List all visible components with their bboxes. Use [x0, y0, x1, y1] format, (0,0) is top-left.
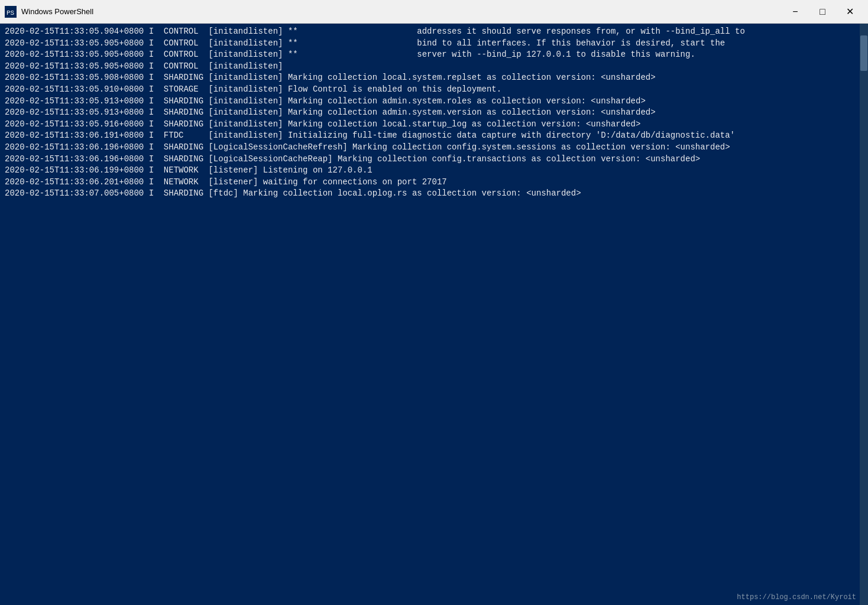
minimize-button[interactable]: −: [782, 0, 809, 24]
window-controls: − □ ✕: [782, 0, 863, 24]
maximize-button[interactable]: □: [809, 0, 836, 24]
terminal-output: 2020-02-15T11:33:05.904+0800 I CONTROL […: [5, 26, 863, 200]
title-bar: PS Windows PowerShell − □ ✕: [0, 0, 868, 24]
svg-text:PS: PS: [7, 9, 15, 17]
watermark: https://blog.csdn.net/Kyroit: [737, 593, 856, 601]
scrollbar-thumb[interactable]: [860, 35, 867, 71]
close-button[interactable]: ✕: [836, 0, 863, 24]
powershell-window: PS Windows PowerShell − □ ✕ 2020-02-15T1…: [0, 0, 868, 605]
scrollbar[interactable]: [860, 24, 868, 605]
terminal-area[interactable]: 2020-02-15T11:33:05.904+0800 I CONTROL […: [0, 24, 868, 605]
window-title: Windows PowerShell: [21, 7, 782, 16]
app-icon: PS: [5, 6, 17, 18]
